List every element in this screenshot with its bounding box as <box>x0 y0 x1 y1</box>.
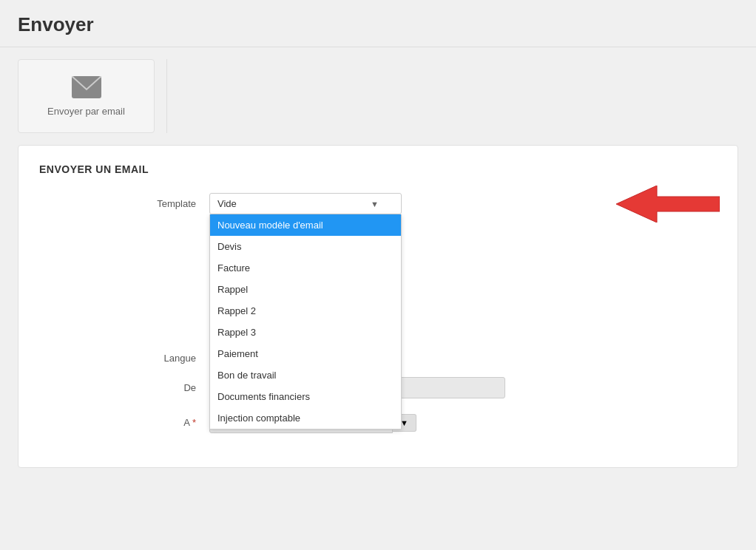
red-arrow-annotation <box>616 186 720 225</box>
dropdown-item-4[interactable]: Rappel 2 <box>210 300 401 322</box>
template-control: Vide ▼ Nouveau modèle d'email Devis Fact… <box>209 193 416 214</box>
page-title: Envoyer <box>18 13 738 36</box>
template-select-button[interactable]: Vide ▼ <box>209 193 402 214</box>
template-select-wrapper: Vide ▼ Nouveau modèle d'email Devis Fact… <box>209 193 402 214</box>
dropdown-item-7[interactable]: Bon de travail <box>210 364 401 386</box>
de-label: De <box>39 377 209 393</box>
vertical-divider <box>166 59 167 133</box>
template-row: Template Vide ▼ Nouveau modèle d'email D… <box>39 193 717 214</box>
dropdown-item-8[interactable]: Documents financiers <box>210 386 401 407</box>
page-header: Envoyer <box>0 0 756 47</box>
template-chevron-icon: ▼ <box>371 200 379 208</box>
form-section-title: ENVOYER UN EMAIL <box>39 163 717 175</box>
svg-marker-1 <box>616 186 720 223</box>
dropdown-item-3[interactable]: Rappel <box>210 279 401 300</box>
dropdown-item-0[interactable]: Nouveau modèle d'email <box>210 214 401 236</box>
email-card-label: Envoyer par email <box>47 106 125 117</box>
a-label: A <box>39 412 209 428</box>
email-form-panel: ENVOYER UN EMAIL Template Vide ▼ Nouveau… <box>18 145 738 468</box>
langue-label: Langue <box>39 347 209 364</box>
dropdown-item-9[interactable]: Injection comptable <box>210 407 401 429</box>
dropdown-item-1[interactable]: Devis <box>210 236 401 257</box>
dropdown-item-6[interactable]: Paiement <box>210 343 401 364</box>
dropdown-item-2[interactable]: Facture <box>210 257 401 279</box>
envelope-icon <box>72 76 101 98</box>
options-row: Envoyer par email <box>18 59 738 133</box>
template-select-value: Vide <box>217 198 237 209</box>
content-area: Envoyer par email ENVOYER UN EMAIL Templ… <box>0 47 756 480</box>
template-dropdown-menu: Nouveau modèle d'email Devis Facture Rap… <box>209 214 402 430</box>
dropdown-item-5[interactable]: Rappel 3 <box>210 322 401 343</box>
email-card[interactable]: Envoyer par email <box>18 59 155 133</box>
template-label: Template <box>39 193 209 209</box>
